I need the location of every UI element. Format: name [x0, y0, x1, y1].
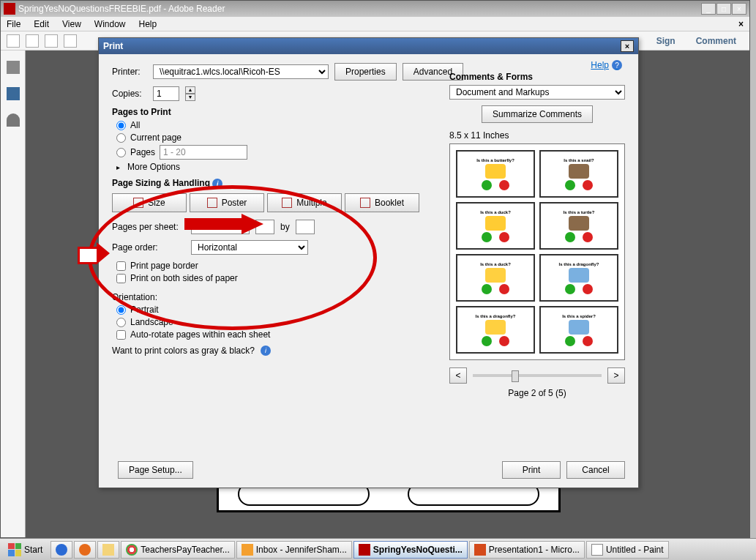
multiple-button[interactable]: Multiple	[267, 193, 342, 212]
size-button[interactable]: Size	[112, 193, 187, 212]
booklet-icon	[360, 198, 370, 208]
start-button[interactable]: Start	[1, 541, 49, 559]
comment-button[interactable]: Comment	[689, 36, 744, 46]
border-check[interactable]	[116, 261, 126, 271]
menubar: File Edit View Window Help ×	[1, 17, 749, 31]
landscape-radio[interactable]	[116, 318, 126, 327]
cancel-button[interactable]: Cancel	[566, 461, 625, 479]
comments-heading: Comments & Forms	[449, 72, 625, 82]
both-label: Print on both sides of paper	[130, 273, 238, 283]
nav-rail	[1, 51, 26, 537]
preview-card: Is this a dragonfly?	[539, 254, 618, 302]
pps-label: Pages per sheet:	[112, 222, 185, 232]
by-box-2[interactable]	[296, 220, 315, 234]
page-counter: Page 2 of 5 (5)	[449, 388, 625, 398]
page-order-label: Page order:	[112, 242, 185, 253]
taskbar-adobe[interactable]: SpringYesNoQuesti...	[353, 541, 468, 559]
poster-icon	[207, 198, 217, 208]
powerpoint-icon	[474, 544, 486, 556]
autorotate-check[interactable]	[116, 330, 126, 340]
autorotate-label: Auto-rotate pages within each sheet	[130, 329, 270, 340]
bookmark-icon[interactable]	[7, 87, 20, 100]
menu-view[interactable]: View	[59, 18, 84, 31]
current-radio[interactable]	[116, 133, 126, 143]
page-order-select[interactable]: Horizontal	[191, 240, 308, 255]
next-page-button[interactable]: >	[607, 367, 625, 384]
print-dialog: Print × Help ? Printer: \\equitrac1.wlcs…	[98, 37, 639, 488]
menu-help[interactable]: Help	[136, 18, 160, 31]
outlook-icon	[242, 544, 253, 556]
taskbar-powerpoint[interactable]: Presentation1 - Micro...	[469, 541, 585, 559]
preview-slider[interactable]	[473, 374, 602, 377]
preview-card: Is this a snail?	[539, 150, 618, 198]
paint-icon	[591, 544, 603, 556]
print-button[interactable]: Print	[502, 461, 561, 479]
start-label: Start	[24, 545, 42, 555]
preview-card: Is this a turtle?	[539, 202, 618, 250]
landscape-label: Landscape	[130, 317, 173, 327]
all-label: All	[130, 120, 140, 130]
taskbar-chrome[interactable]: TeachersPayTeacher...	[121, 541, 234, 559]
annotation-arrow-pps	[78, 244, 110, 263]
properties-button[interactable]: Properties	[334, 63, 397, 81]
firefox-icon	[79, 544, 91, 556]
printer-label: Printer:	[112, 67, 147, 77]
taskbar-explorer[interactable]	[97, 541, 119, 559]
prev-page-button[interactable]: <	[449, 367, 467, 384]
page-setup-button[interactable]: Page Setup...	[118, 461, 193, 479]
ie-icon	[56, 544, 67, 556]
preview-card: Is this a duck?	[456, 254, 535, 302]
multiple-icon	[282, 198, 292, 208]
close-button[interactable]: ×	[732, 3, 746, 15]
sign-button[interactable]: Sign	[649, 36, 683, 46]
open-icon[interactable]	[7, 34, 20, 48]
booklet-button[interactable]: Booklet	[345, 193, 419, 212]
border-label: Print page border	[130, 261, 198, 271]
portrait-label: Portrait	[130, 305, 159, 315]
poster-button[interactable]: Poster	[190, 193, 264, 212]
copies-input[interactable]	[153, 86, 179, 101]
copies-up[interactable]: ▲	[185, 86, 195, 94]
both-sides-check[interactable]	[116, 274, 126, 283]
menu-file[interactable]: File	[4, 18, 23, 31]
copies-down[interactable]: ▼	[185, 94, 195, 101]
taskbar-ie[interactable]	[50, 541, 72, 559]
preview-card: Is this a spider?	[539, 306, 618, 354]
portrait-radio[interactable]	[116, 305, 126, 315]
current-label: Current page	[130, 132, 181, 143]
folder-icon	[102, 544, 114, 556]
pdf-icon	[359, 544, 370, 556]
maximize-button[interactable]: □	[716, 3, 731, 15]
pages-icon[interactable]	[7, 61, 20, 74]
comments-select[interactable]: Document and Markups	[449, 85, 625, 100]
summarize-button[interactable]: Summarize Comments	[482, 105, 593, 123]
pages-label: Pages	[130, 147, 155, 157]
windows-icon	[8, 543, 21, 556]
all-radio[interactable]	[116, 121, 126, 130]
taskbar-firefox[interactable]	[74, 541, 96, 559]
titlebar: SpringYesNoQuestionsFREEBIE.pdf - Adobe …	[1, 1, 749, 17]
save-icon[interactable]	[26, 34, 39, 48]
info-icon[interactable]: i	[212, 179, 222, 189]
dialog-close-button[interactable]: ×	[621, 40, 634, 52]
menu-window[interactable]: Window	[91, 18, 129, 31]
attachment-icon[interactable]	[7, 113, 20, 127]
copies-label: Copies:	[112, 89, 147, 99]
gray-info-icon[interactable]: i	[261, 346, 271, 356]
doc-close-icon[interactable]: ×	[736, 18, 746, 31]
pages-radio[interactable]	[116, 148, 126, 157]
mail-icon[interactable]	[64, 34, 77, 48]
minimize-button[interactable]: _	[701, 3, 716, 15]
taskbar-outlook[interactable]: Inbox - JenniferSham...	[236, 541, 352, 559]
print-icon[interactable]	[45, 34, 58, 48]
printer-select[interactable]: \\equitrac1.wlcs.local\Ricoh-ES	[153, 64, 329, 79]
menu-edit[interactable]: Edit	[31, 18, 52, 31]
taskbar-paint[interactable]: Untitled - Paint	[586, 541, 669, 559]
taskbar: Start TeachersPayTeacher... Inbox - Jenn…	[0, 538, 756, 560]
preview-card: Is this a butterfly?	[456, 150, 535, 198]
adobe-icon	[4, 3, 15, 15]
pages-input[interactable]	[160, 145, 247, 160]
window-title: SpringYesNoQuestionsFREEBIE.pdf - Adobe …	[18, 4, 701, 14]
preview-card: Is this a duck?	[456, 202, 535, 250]
gray-label: Want to print colors as gray & black?	[112, 346, 255, 356]
